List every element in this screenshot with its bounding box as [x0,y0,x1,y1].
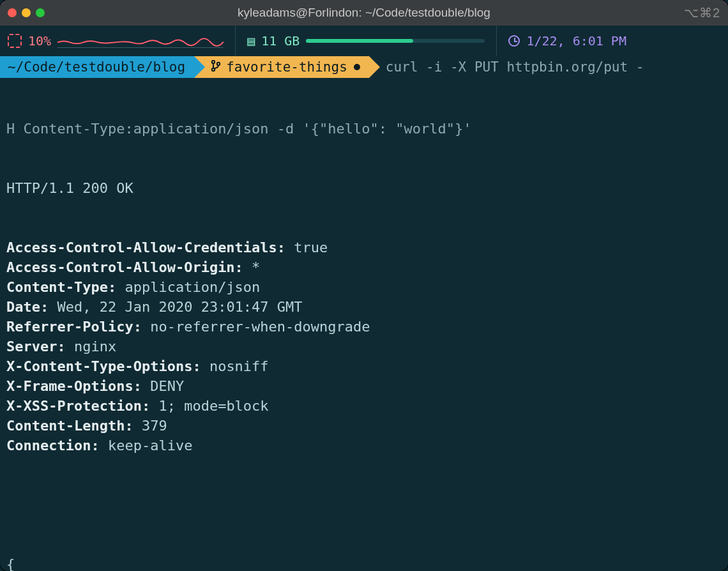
response-header-line: X-XSS-Protection: 1; mode=block [6,396,722,416]
svg-point-2 [217,63,220,65]
svg-point-1 [212,68,215,71]
header-value: Wed, 22 Jan 2020 23:01:47 GMT [49,299,302,315]
cpu-sparkline [57,34,224,48]
command-text-first: curl -i -X PUT httpbin.org/put - [386,59,644,75]
svg-point-0 [212,61,215,63]
header-name: X-Frame-Options: [6,378,142,394]
header-name: Access-Control-Allow-Origin: [6,259,243,275]
command-input[interactable]: curl -i -X PUT httpbin.org/put - [369,56,644,78]
header-name: X-XSS-Protection: [6,398,150,414]
maximize-button[interactable] [36,8,45,17]
response-header-line: Date: Wed, 22 Jan 2020 23:01:47 GMT [6,297,722,317]
header-value: 1; mode=block [150,398,268,414]
prompt-path-segment: ~/Code/testdouble/blog [0,56,194,78]
header-value: nosniff [201,358,269,374]
response-header-line: Content-Type: application/json [6,277,722,297]
cpu-icon [8,34,22,48]
git-dirty-indicator-icon [354,64,360,70]
header-value: * [243,259,261,275]
response-header-line: Referrer-Policy: no-referrer-when-downgr… [6,317,722,337]
header-value: application/json [116,279,260,295]
memory-value: 11 GB [261,33,300,49]
prompt-branch: favorite-things [226,59,347,75]
clock-segment: 1/22, 6:01 PM [508,26,638,56]
response-header-line: Access-Control-Allow-Credentials: true [6,238,722,257]
header-value: no-referrer-when-downgrade [142,319,370,335]
command-wrap-line: H Content-Type:application/json -d '{"he… [6,119,722,139]
titlebar: kyleadams@Forlindon: ~/Code/testdouble/b… [0,0,728,26]
http-status-line: HTTP/1.1 200 OK [6,178,722,198]
header-name: X-Content-Type-Options: [6,358,201,374]
header-name: Content-Type: [6,279,116,295]
header-name: Connection: [6,438,100,453]
clock-value: 1/22, 6:01 PM [526,33,626,49]
header-name: Referrer-Policy: [6,319,142,335]
header-name: Server: [6,339,66,354]
header-name: Content-Length: [6,418,133,434]
memory-bar [306,39,485,43]
prompt-path: ~/Code/testdouble/blog [8,59,185,75]
terminal-output[interactable]: H Content-Type:application/json -d '{"he… [0,78,728,571]
close-button[interactable] [8,8,17,17]
response-header-line: Server: nginx [6,337,722,356]
git-branch-icon [211,59,221,75]
terminal-window: kyleadams@Forlindon: ~/Code/testdouble/b… [0,0,728,571]
cpu-segment: 10% [8,26,236,56]
response-header-line: X-Frame-Options: DENY [6,376,722,396]
status-bar: 10% ▤ 11 GB 1/22, 6:01 PM [0,26,728,56]
memory-icon: ▤ [247,33,255,49]
header-name: Access-Control-Allow-Credentials: [6,240,285,255]
window-title: kyleadams@Forlindon: ~/Code/testdouble/b… [0,6,728,20]
cpu-percent: 10% [28,33,51,49]
minimize-button[interactable] [22,8,31,17]
keyboard-shortcut-hint: ⌥⌘2 [684,5,720,20]
memory-segment: ▤ 11 GB [247,26,497,56]
clock-icon [508,35,520,47]
header-value: keep-alive [100,438,193,453]
traffic-lights [8,8,45,17]
response-header-line: Connection: keep-alive [6,436,722,455]
header-name: Date: [6,299,49,315]
prompt-line: ~/Code/testdouble/blog favorite-things c… [0,56,728,78]
response-header-line: X-Content-Type-Options: nosniff [6,356,722,376]
header-value: nginx [66,339,116,354]
response-body-line: { [6,554,722,571]
header-value: DENY [142,378,184,394]
prompt-branch-segment: favorite-things [194,56,369,78]
header-value: 379 [133,418,167,434]
blank-line [6,495,722,515]
response-header-line: Access-Control-Allow-Origin: * [6,257,722,277]
header-value: true [285,240,328,255]
response-header-line: Content-Length: 379 [6,416,722,436]
